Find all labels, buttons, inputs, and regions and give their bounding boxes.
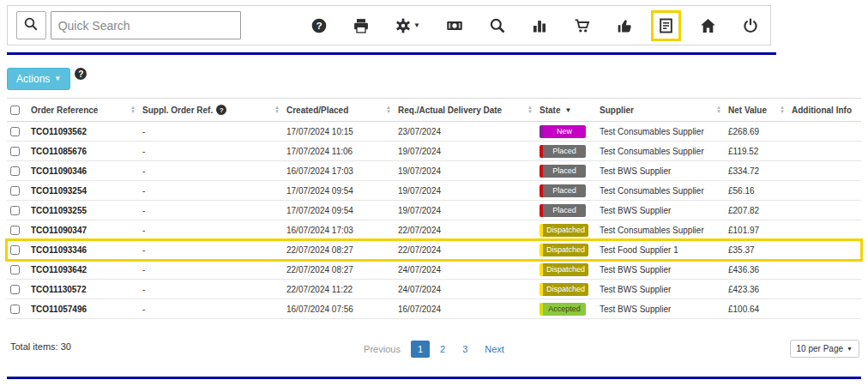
cell-additional-info (788, 240, 861, 260)
cell-created-placed: 17/07/2024 11:06 (283, 142, 395, 161)
home-icon[interactable] (696, 15, 720, 37)
row-checkbox[interactable] (10, 127, 20, 136)
row-checkbox[interactable] (10, 206, 20, 215)
cell-delivery-date: 24/07/2024 (395, 260, 536, 280)
pagination-next[interactable]: Next (478, 341, 511, 358)
state-badge: Placed (539, 165, 586, 178)
cell-supplier: Test BWS Supplier (596, 299, 725, 319)
cell-additional-info (788, 220, 861, 240)
actions-button[interactable]: Actions▼ (7, 68, 70, 90)
pagination-page-3[interactable]: 3 (455, 341, 474, 358)
col-net-value[interactable]: Net Value▲▼ (725, 99, 788, 122)
cell-net-value: £100.64 (725, 299, 788, 319)
col-additional-info: Additional Info (788, 99, 861, 122)
table-header-row: Order Reference▲▼ Suppl. Order Ref.?▲▼ C… (7, 99, 861, 122)
cell-suppl-order-ref: - (139, 122, 283, 142)
search-icon (23, 16, 39, 34)
col-delivery-date[interactable]: Req./Actual Delivery Date▲▼ (395, 99, 536, 122)
per-page-select[interactable]: 10 per Page▼ (790, 340, 859, 358)
column-help-icon[interactable]: ? (216, 105, 226, 115)
row-checkbox[interactable] (10, 285, 20, 294)
cell-supplier: Test BWS Supplier (596, 161, 725, 181)
sort-icon: ▲▼ (274, 106, 280, 114)
cell-created-placed: 16/07/2024 07:56 (283, 299, 395, 319)
table-row[interactable]: TCO11093255-17/07/2024 09:5419/07/2024Pl… (7, 201, 861, 220)
cell-created-placed: 22/07/2024 11:22 (283, 280, 395, 299)
col-suppl-order-ref[interactable]: Suppl. Order Ref.?▲▼ (139, 99, 283, 122)
cell-delivery-date: 24/07/2024 (395, 280, 536, 299)
cell-state: Placed (536, 142, 596, 161)
select-all-checkbox[interactable] (10, 106, 20, 115)
cell-state: Dispatched (536, 240, 596, 260)
cell-supplier: Test Food Supplier 1 (596, 240, 725, 260)
print-icon[interactable] (350, 15, 372, 37)
pagination-page-2[interactable]: 2 (433, 341, 452, 358)
thumbs-up-icon[interactable] (613, 15, 636, 37)
power-icon[interactable] (739, 15, 762, 37)
cell-supplier: Test BWS Supplier (596, 260, 725, 280)
state-badge: Placed (539, 204, 586, 217)
state-badge: Dispatched (539, 244, 588, 256)
cell-created-placed: 22/07/2024 08:27 (283, 240, 395, 260)
cell-suppl-order-ref: - (139, 240, 283, 260)
sort-icon: ▲▼ (130, 106, 136, 114)
col-order-reference[interactable]: Order Reference▲▼ (27, 99, 139, 122)
table-row[interactable]: TCO11085676-17/07/2024 11:0619/07/2024Pl… (7, 142, 861, 161)
table-row[interactable]: TCO11090347-16/07/2024 17:0322/07/2024Di… (7, 220, 861, 240)
cell-state: Placed (536, 181, 596, 201)
list-icon[interactable] (655, 15, 677, 37)
table-row[interactable]: TCO11090346-16/07/2024 17:0319/07/2024Pl… (7, 161, 861, 181)
cell-net-value: £334.72 (725, 161, 788, 181)
cell-additional-info (788, 280, 861, 299)
col-state[interactable]: State▼ (536, 99, 596, 122)
state-badge: Dispatched (539, 283, 588, 296)
cell-order-reference: TCO11090346 (27, 161, 139, 181)
cell-additional-info (788, 299, 861, 319)
row-checkbox[interactable] (10, 226, 20, 235)
cell-delivery-date: 19/07/2024 (395, 161, 536, 181)
pagination-page-1[interactable]: 1 (411, 341, 430, 358)
table-row[interactable]: TCO11093346-22/07/2024 08:2722/07/2024Di… (7, 240, 861, 260)
bar-chart-icon[interactable] (528, 15, 551, 37)
cell-suppl-order-ref: - (139, 181, 283, 201)
row-checkbox[interactable] (10, 245, 20, 255)
cell-state: Dispatched (536, 220, 596, 240)
filter-caret-icon[interactable]: ▼ (564, 106, 571, 114)
cell-delivery-date: 19/07/2024 (395, 181, 536, 201)
cell-net-value: £101.97 (725, 220, 788, 240)
cell-created-placed: 17/07/2024 10:15 (283, 122, 395, 142)
state-badge: Dispatched (539, 224, 588, 237)
cell-additional-info (788, 201, 861, 220)
cell-additional-info (788, 181, 861, 201)
cart-icon[interactable] (570, 15, 594, 37)
cell-supplier: Test Consumables Supplier (596, 181, 725, 201)
cell-order-reference: TCO11093254 (27, 181, 139, 201)
table-row[interactable]: TCO11130572-22/07/2024 11:2224/07/2024Di… (7, 280, 861, 299)
search-button[interactable] (16, 11, 46, 39)
quick-search-input[interactable] (51, 11, 241, 39)
cell-net-value: £207.82 (725, 201, 788, 220)
actions-help-icon[interactable]: ? (75, 68, 87, 80)
row-checkbox[interactable] (10, 305, 20, 314)
search-lookup-icon[interactable] (486, 15, 509, 37)
row-checkbox[interactable] (10, 166, 20, 176)
col-created-placed[interactable]: Created/Placed▲▼ (283, 99, 395, 122)
row-checkbox[interactable] (10, 147, 20, 156)
toolbar-icons: ? ▼ (308, 15, 762, 37)
cell-created-placed: 16/07/2024 17:03 (283, 220, 395, 240)
row-checkbox[interactable] (10, 186, 20, 196)
pagination-previous[interactable]: Previous (357, 341, 407, 358)
row-checkbox[interactable] (10, 265, 20, 274)
table-row[interactable]: TCO11057496-16/07/2024 07:5616/07/2024Ac… (7, 299, 861, 319)
state-badge: New (539, 125, 586, 138)
col-supplier[interactable]: Supplier▲▼ (596, 99, 725, 122)
chevron-down-icon: ▼ (54, 75, 61, 82)
cell-suppl-order-ref: - (139, 201, 283, 220)
table-row[interactable]: TCO11093642-22/07/2024 08:2724/07/2024Di… (7, 260, 861, 280)
table-row[interactable]: TCO11093254-17/07/2024 09:5419/07/2024Pl… (7, 181, 861, 201)
help-icon[interactable]: ? (308, 15, 330, 37)
money-icon[interactable] (443, 15, 467, 37)
settings-icon[interactable]: ▼ (392, 15, 423, 37)
table-row[interactable]: TCO11093562-17/07/2024 10:1523/07/2024Ne… (7, 122, 861, 142)
cell-state: Placed (536, 201, 596, 220)
